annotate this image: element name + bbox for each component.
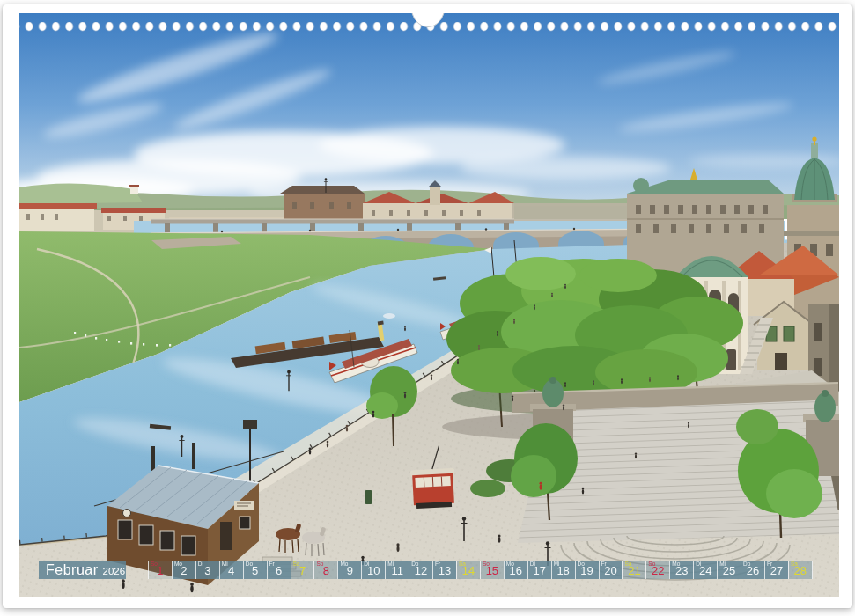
- day-number: 10: [362, 563, 385, 578]
- calendar-day-cell: So 15: [480, 561, 504, 579]
- day-number: 17: [528, 563, 551, 578]
- day-number: 22: [646, 563, 669, 578]
- calendar-day-cell: So 8: [313, 561, 337, 579]
- day-number: 20: [600, 563, 623, 578]
- calendar-day-cell: So 22: [645, 561, 669, 579]
- calendar-day-cell: Sa 28: [788, 561, 813, 579]
- day-number: 8: [314, 563, 337, 578]
- calendar-day-cell: Sa 21: [622, 561, 645, 579]
- day-number: 9: [338, 563, 361, 578]
- calendar-day-cell: Mi 11: [385, 561, 409, 579]
- calendar-day-cell: Fr 27: [764, 561, 788, 579]
- day-number: 24: [694, 563, 717, 578]
- day-number: 3: [196, 563, 219, 578]
- calendar-day-cell: Mi 25: [717, 561, 741, 579]
- calendar-day-cell: Fr 6: [267, 561, 291, 579]
- day-number: 16: [505, 563, 527, 578]
- calendar-day-cell: Fr 13: [432, 561, 456, 579]
- calendar-day-cell: Do 26: [741, 561, 764, 579]
- calendar-day-row: So 1 Mo 2 Di 3 Mi 4 Do 5 Fr 6 Sa 7 So 8 …: [148, 561, 813, 579]
- calendar-day-cell: Mi 18: [551, 561, 575, 579]
- day-number: 5: [244, 563, 267, 578]
- day-number: 18: [552, 563, 575, 578]
- day-number: 25: [718, 563, 741, 578]
- calendar-photo-artwork: [19, 13, 839, 597]
- day-number: 19: [576, 563, 599, 578]
- calendar-day-cell: Do 5: [243, 561, 267, 579]
- day-number: 2: [173, 563, 195, 578]
- calendar-day-cell: Mo 9: [337, 561, 361, 579]
- calendar-day-cell: Mo 23: [669, 561, 693, 579]
- calendar-day-cell: Mo 16: [504, 561, 527, 579]
- month-year-label: Februar 2026: [39, 561, 126, 579]
- day-number: 1: [149, 563, 172, 578]
- calendar-day-cell: Di 3: [195, 561, 219, 579]
- day-number: 27: [765, 563, 788, 578]
- calendar-day-cell: Di 10: [361, 561, 385, 579]
- day-number: 6: [268, 563, 291, 578]
- calendar-day-cell: Mi 4: [219, 561, 243, 579]
- day-number: 13: [433, 563, 456, 578]
- calendar-day-cell: Di 17: [527, 561, 551, 579]
- day-number: 11: [386, 563, 409, 578]
- calendar-day-cell: Do 12: [409, 561, 432, 579]
- calendar-day-cell: Sa 7: [291, 561, 314, 579]
- day-number: 23: [670, 563, 693, 578]
- year-label: 2026: [103, 566, 126, 576]
- calendar-page: Februar 2026 So 1 Mo 2 Di 3 Mi 4 Do 5 Fr…: [0, 0, 855, 616]
- calendar-day-cell: Mo 2: [172, 561, 195, 579]
- calendar-day-cell: Di 24: [693, 561, 717, 579]
- day-number: 14: [457, 563, 480, 578]
- calendar-day-cell: Do 19: [575, 561, 599, 579]
- month-label: Februar: [46, 561, 99, 579]
- calendar-day-cell: Fr 20: [599, 561, 623, 579]
- day-number: 26: [741, 563, 764, 578]
- day-number: 7: [291, 563, 314, 578]
- day-number: 12: [409, 563, 432, 578]
- day-number: 15: [481, 563, 504, 578]
- day-number: 4: [220, 563, 243, 578]
- day-number: 21: [623, 563, 645, 578]
- calendar-day-cell: So 1: [148, 561, 172, 579]
- day-number: 28: [789, 563, 812, 578]
- calendar-day-cell: Sa 14: [456, 561, 480, 579]
